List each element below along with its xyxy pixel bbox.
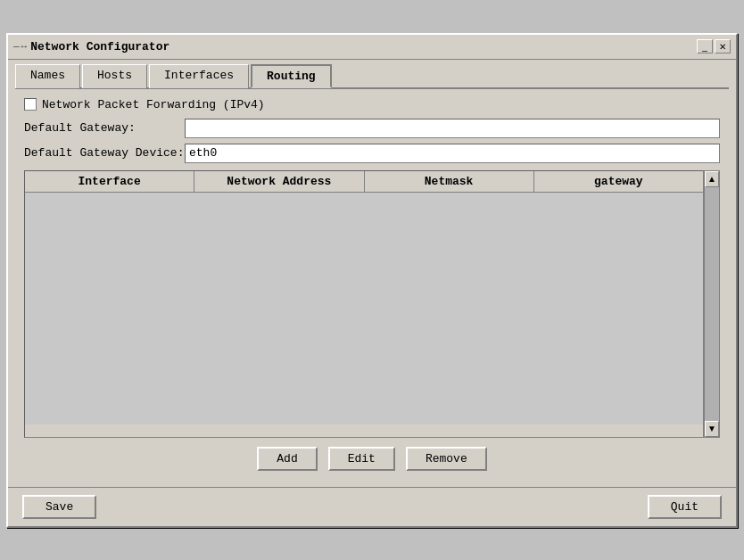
forwarding-label: Network Packet Forwarding (IPv4): [42, 98, 265, 111]
bottom-bar: Save Quit: [8, 487, 736, 526]
remove-button[interactable]: Remove: [406, 447, 487, 471]
gateway-input[interactable]: [185, 119, 720, 138]
edit-button[interactable]: Edit: [328, 447, 395, 471]
resize-icon: ↔: [21, 41, 28, 52]
col-netmask: Netmask: [365, 171, 534, 192]
tabs-bar: Names Hosts Interfaces Routing: [8, 60, 736, 87]
gateway-device-label: Default Gateway Device:: [24, 146, 185, 160]
forwarding-checkbox[interactable]: [24, 98, 37, 111]
scroll-up-button[interactable]: ▲: [705, 171, 719, 187]
title-bar: — ↔ Network Configurator _ ✕: [8, 35, 736, 60]
scroll-down-button[interactable]: ▼: [705, 421, 719, 437]
main-window: — ↔ Network Configurator _ ✕ Names Hosts…: [6, 33, 738, 528]
col-interface: Interface: [25, 171, 194, 192]
quit-button[interactable]: Quit: [648, 495, 722, 519]
action-buttons: Add Edit Remove: [24, 447, 720, 471]
tab-names[interactable]: Names: [15, 64, 80, 88]
gateway-label: Default Gateway:: [24, 121, 185, 135]
tab-routing[interactable]: Routing: [251, 64, 332, 88]
window-controls: _ ✕: [697, 39, 731, 54]
scroll-track: [705, 187, 719, 421]
routing-table: Interface Network Address Netmask gatewa…: [24, 170, 704, 438]
tab-interfaces[interactable]: Interfaces: [149, 64, 249, 88]
table-scrollbar: ▲ ▼: [704, 170, 720, 438]
window-title: Network Configurator: [30, 40, 169, 54]
tab-hosts[interactable]: Hosts: [82, 64, 147, 88]
title-bar-icon-group: — ↔: [13, 41, 27, 52]
dash-icon: —: [13, 41, 20, 52]
routing-table-container: Interface Network Address Netmask gatewa…: [24, 170, 720, 438]
gateway-device-input[interactable]: [185, 144, 720, 163]
gateway-row: Default Gateway:: [24, 119, 720, 138]
col-gateway: gateway: [534, 171, 703, 192]
title-bar-left: — ↔ Network Configurator: [13, 40, 169, 54]
content-area: Network Packet Forwarding (IPv4) Default…: [15, 87, 729, 480]
table-header: Interface Network Address Netmask gatewa…: [25, 171, 703, 193]
table-body: [25, 193, 703, 424]
close-button[interactable]: ✕: [715, 39, 731, 54]
col-network-address: Network Address: [194, 171, 364, 192]
save-button[interactable]: Save: [22, 495, 96, 519]
checkbox-row: Network Packet Forwarding (IPv4): [24, 98, 720, 111]
add-button[interactable]: Add: [257, 447, 317, 471]
minimize-button[interactable]: _: [697, 39, 713, 54]
gateway-device-row: Default Gateway Device:: [24, 144, 720, 163]
